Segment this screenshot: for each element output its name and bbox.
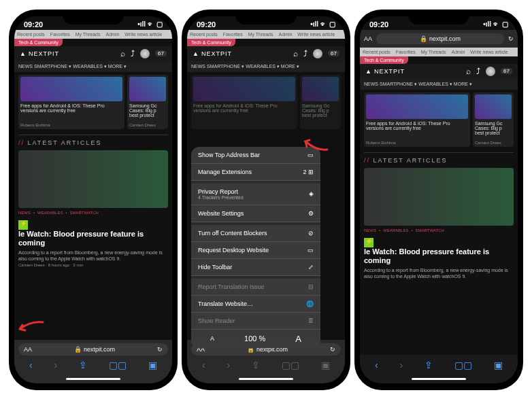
notif-badge[interactable]: 67 (328, 50, 339, 56)
article-headline[interactable]: le Watch: Blood pressure feature is comi… (18, 230, 168, 247)
safari-toolbar: ‹ › ⇪ ▢▢ ▣ (364, 358, 514, 373)
aa-menu: Show Top Address Bar ▭ Manage Extensions… (191, 147, 320, 348)
safari-toolbar: ‹ › ⇪ ▢▢ ▣ (191, 358, 341, 373)
tabs-button[interactable]: ▣ (494, 360, 503, 370)
phone-3: 09:20 •ıllᯤ▢ AA 🔒nextpit.com ↻ Recent po… (354, 10, 523, 390)
article-desc: According to a report from Bloomberg, a … (18, 249, 168, 262)
notif-badge[interactable]: 67 (501, 68, 512, 74)
hero-image[interactable] (364, 168, 514, 226)
share-icon[interactable]: ⤴ (303, 49, 307, 58)
reload-icon[interactable]: ↻ (157, 346, 163, 353)
menu-hide-toolbar[interactable]: Hide Toolbar ⤢ (191, 259, 320, 276)
card-free-apps[interactable]: Free apps for Android & iOS: These Pro v… (18, 75, 124, 129)
share-icon[interactable]: ⤴ (131, 49, 135, 58)
notch (235, 10, 297, 24)
card-title: Samsung Gc Cases: Big p best protect (475, 121, 512, 135)
avatar[interactable] (313, 49, 322, 58)
red-arrow (301, 137, 329, 151)
block-icon: ⊘ (308, 230, 314, 237)
bookmarks-button[interactable]: ▢▢ (454, 360, 472, 370)
page-content: Free apps for Android & iOS: These Pro v… (14, 72, 172, 340)
address-pill[interactable]: 🔒nextpit.com (376, 33, 504, 44)
home-indicator[interactable] (66, 378, 120, 380)
bookmarks-button[interactable]: ▢▢ (282, 360, 299, 370)
nav-more[interactable]: MORE▾ (108, 64, 127, 69)
forward-button: › (227, 360, 231, 370)
reload-icon[interactable]: ↻ (508, 35, 514, 42)
home-indicator[interactable] (412, 378, 466, 380)
aa-button[interactable]: AA (364, 35, 372, 42)
nav-news[interactable]: NEWS (18, 64, 33, 69)
search-icon[interactable]: ⌕ (120, 49, 125, 58)
screen-3: 09:20 •ıllᯤ▢ AA 🔒nextpit.com ↻ Recent po… (360, 16, 518, 383)
nav-wearables[interactable]: WEARABLES▾ (73, 64, 107, 69)
page-content: Free apps for Android & iOS: These Pro v… (360, 90, 518, 355)
screen-1: 09:20 •ıll ᯤ ▢ Recent posts Favorites My… (14, 16, 172, 383)
brand-row: ▲ NEXTPIT ⌕ ⤴ 67 (14, 46, 172, 61)
back-button[interactable]: ‹ (29, 360, 33, 370)
site-logo[interactable]: ▲ NEXTPIT (365, 68, 405, 75)
tab-recent[interactable]: Recent posts (14, 30, 48, 39)
address-bar-top: AA 🔒nextpit.com ↻ (360, 30, 518, 48)
back-button[interactable]: ‹ (375, 360, 378, 370)
site-logo[interactable]: ▲ NEXTPIT (193, 50, 232, 57)
zoom-in[interactable]: A (295, 334, 301, 344)
share-icon[interactable]: ⤴ (476, 67, 480, 76)
tabs-button[interactable]: ▣ (148, 360, 157, 370)
card-free-apps[interactable]: Free apps for Android & iOS: These Pro v… (364, 92, 470, 147)
search-icon[interactable]: ⌕ (293, 49, 298, 58)
menu-show-reader: Show Reader ≣ (191, 313, 320, 330)
status-time: 09:20 (24, 20, 43, 29)
card-author: Rubens Eishima (20, 123, 122, 127)
tab-favorites[interactable]: Favorites (48, 30, 73, 39)
menu-translate[interactable]: Translate Website… 🌐 (191, 296, 320, 313)
tab-threads[interactable]: My Threads (73, 30, 103, 39)
avatar[interactable] (140, 49, 150, 58)
bookmarks-button[interactable]: ▢▢ (109, 360, 127, 370)
hero-image[interactable] (18, 150, 168, 208)
tab-write[interactable]: Write news article (122, 30, 165, 39)
card-samsung[interactable]: Samsung Gc Cases: Big p best protect Car… (473, 92, 514, 147)
zoom-out[interactable]: A (210, 335, 214, 342)
category-ribbon: Tech & Community (360, 56, 408, 64)
status-icons: •ıll ᯤ ▢ (137, 20, 163, 28)
back-button[interactable]: ‹ (202, 360, 205, 370)
notif-badge[interactable]: 67 (155, 50, 167, 56)
card-title: Free apps for Android & iOS: These Pro v… (20, 103, 122, 113)
status-time: 09:20 (369, 20, 388, 29)
search-icon[interactable]: ⌕ (466, 67, 471, 76)
card-samsung[interactable]: Samsung Gc Cases: Big p best protect Car… (127, 75, 168, 129)
site-logo[interactable]: ▲ NEXTPIT (20, 50, 59, 57)
menu-manage-ext[interactable]: Manage Extensions 2 ⊞ (191, 164, 320, 181)
forward-button: › (54, 360, 58, 370)
menu-zoom: A 100 % A (191, 330, 320, 348)
status-icons: •ıllᯤ▢ (483, 20, 508, 28)
menu-desktop-site[interactable]: Request Desktop Website ▭ (191, 242, 320, 259)
card-title: Free apps for Android & iOS: These Pro v… (366, 121, 468, 131)
home-indicator[interactable] (239, 378, 293, 380)
article-headline[interactable]: le Watch: Blood pressure feature is comi… (364, 247, 514, 265)
divider (364, 152, 514, 153)
article-meta: Carsten Drees · 8 hours ago · 3 min (18, 263, 168, 267)
tabs-button[interactable]: ▣ (321, 360, 330, 370)
share-button[interactable]: ⇪ (79, 360, 87, 370)
article-desc: According to a report from Bloomberg, a … (364, 267, 514, 279)
avatar[interactable] (486, 67, 495, 76)
menu-privacy[interactable]: Privacy Report4 Trackers Prevented ◈ (191, 181, 320, 205)
aa-button[interactable]: AA (24, 346, 32, 353)
share-button[interactable]: ⇪ (425, 360, 433, 370)
card-author: Carsten Drees (129, 123, 166, 127)
flash-icon: ⚡ (364, 238, 373, 247)
shield-icon: ◈ (309, 190, 314, 197)
share-button[interactable]: ⇪ (252, 360, 260, 370)
tab-admin[interactable]: Admin (103, 30, 122, 39)
nav-smartphone[interactable]: SMARTPHONE▾ (34, 64, 71, 69)
arrows-icon: ⤢ (308, 264, 314, 271)
menu-website-settings[interactable]: Website Settings ⚙ (191, 205, 320, 222)
menu-content-blockers[interactable]: Turn off Content Blockers ⊘ (191, 222, 320, 242)
dock-icon: ▭ (307, 152, 314, 158)
notch (63, 10, 124, 24)
address-pill[interactable]: AA 🔒nextpit.com ↻ (18, 343, 168, 355)
lock-icon: 🔒 (420, 35, 427, 42)
reload-icon[interactable]: ↻ (330, 346, 335, 353)
